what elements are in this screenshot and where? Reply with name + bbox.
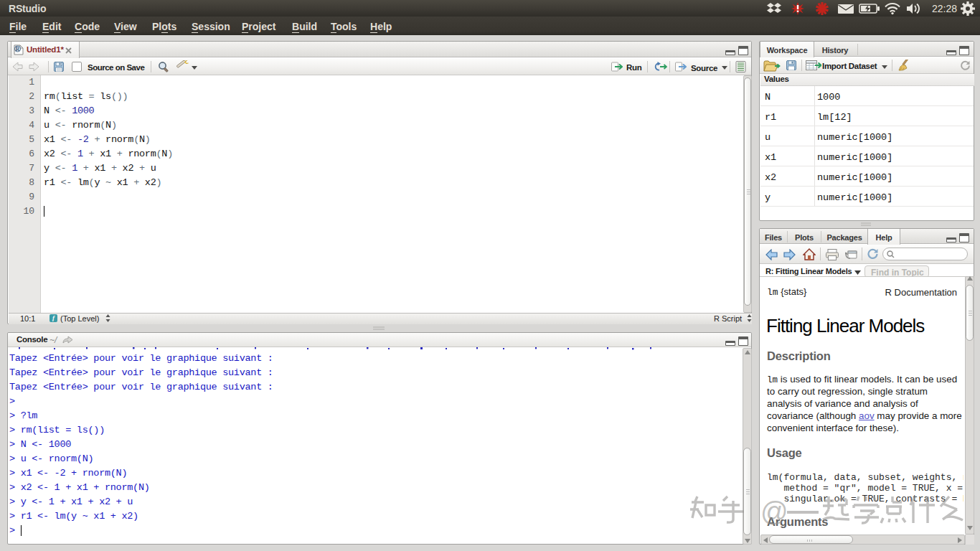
- svg-text:@: @: [760, 496, 788, 527]
- svg-text:R: R: [16, 46, 20, 52]
